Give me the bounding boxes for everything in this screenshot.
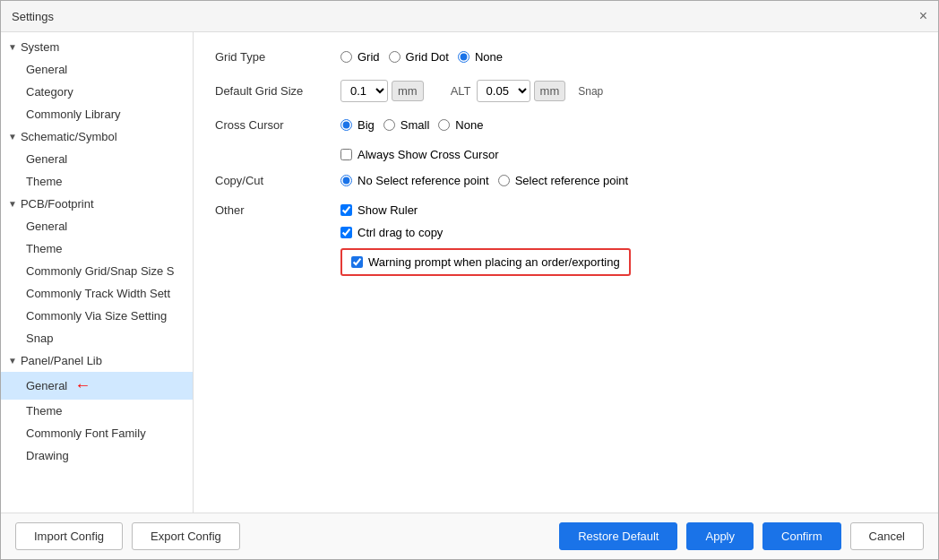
warning-text: Warning prompt when placing an order/exp… <box>368 255 620 269</box>
restore-default-button[interactable]: Restore Default <box>559 522 677 550</box>
sidebar-item-sch-theme[interactable]: Theme <box>1 170 193 193</box>
cross-cursor-controls: Big Small None <box>340 118 483 132</box>
sidebar-section-schematic: ▼ Schematic/Symbol General Theme <box>1 125 193 193</box>
import-config-button[interactable]: Import Config <box>15 522 123 550</box>
copy-cut-option2: Select reference point <box>515 174 628 187</box>
always-show-row: Always Show Cross Cursor <box>340 148 917 161</box>
export-config-button[interactable]: Export Config <box>132 522 240 550</box>
sidebar-item-pcb-via-size[interactable]: Commonly Via Size Setting <box>1 305 193 327</box>
grid-type-row: Grid Type Grid Grid Dot None <box>215 50 917 64</box>
grid-type-option-dot[interactable]: Grid Dot <box>389 50 449 64</box>
grid-type-option-none[interactable]: None <box>458 50 503 64</box>
close-button[interactable]: × <box>919 8 927 24</box>
copy-cut-label: Copy/Cut <box>215 174 340 187</box>
sidebar-group-panel[interactable]: ▼ Panel/Panel Lib <box>1 349 193 372</box>
snap-label: Snap <box>578 85 603 98</box>
copy-cut-row: Copy/Cut No Select reference point Selec… <box>215 174 917 187</box>
sidebar-item-drawing[interactable]: Drawing <box>1 444 193 467</box>
show-ruler-text: Show Ruler <box>358 203 418 217</box>
alt-size-select[interactable]: 0.05 <box>477 80 530 102</box>
sidebar-group-pcb[interactable]: ▼ PCB/Footprint <box>1 193 193 215</box>
grid-size-select-group: 0.1 mm <box>340 80 424 102</box>
main-content: Grid Type Grid Grid Dot None <box>194 32 938 513</box>
always-show-label: Always Show Cross Cursor <box>358 148 499 161</box>
cross-cursor-row: Cross Cursor Big Small None <box>215 118 917 132</box>
other-controls: Show Ruler Ctrl drag to copy Warning pro… <box>340 203 631 276</box>
cross-cursor-big[interactable]: Big <box>340 118 375 132</box>
alt-group: ALT 0.05 mm <box>451 80 566 102</box>
sidebar-section-pcb: ▼ PCB/Footprint General Theme Commonly G… <box>1 193 193 349</box>
sidebar-group-panel-label: Panel/Panel Lib <box>21 354 102 367</box>
arrow-down-icon: ▼ <box>8 42 17 52</box>
radio-no-select[interactable] <box>340 175 352 186</box>
grid-type-label: Grid Type <box>215 50 340 64</box>
copy-cut-controls: No Select reference point Select referen… <box>340 174 628 187</box>
radio-grid-dot[interactable] <box>389 51 401 63</box>
sidebar-item-panel-theme[interactable]: Theme <box>1 400 193 422</box>
sidebar-item-pcb-snap[interactable]: Snap <box>1 327 193 349</box>
alt-select-group: 0.05 mm <box>477 80 566 102</box>
sidebar-item-commonly-library[interactable]: Commonly Library <box>1 103 193 125</box>
sidebar-item-pcb-theme[interactable]: Theme <box>1 237 193 260</box>
sidebar-section-panel: ▼ Panel/Panel Lib General ← Theme <box>1 349 193 422</box>
sidebar-item-system-general[interactable]: General <box>1 58 193 81</box>
sidebar-group-schematic[interactable]: ▼ Schematic/Symbol <box>1 125 193 148</box>
copy-cut-select[interactable]: Select reference point <box>498 174 628 187</box>
apply-button[interactable]: Apply <box>686 522 754 550</box>
sidebar-item-pcb-grid-snap[interactable]: Commonly Grid/Snap Size S <box>1 260 193 282</box>
cross-cursor-label: Cross Cursor <box>215 118 340 132</box>
ctrl-drag-text: Ctrl drag to copy <box>358 226 443 239</box>
title-bar: Settings × <box>1 1 938 32</box>
sidebar-item-system-category[interactable]: Category <box>1 81 193 103</box>
sidebar-item-pcb-track-width[interactable]: Commonly Track Width Sett <box>1 282 193 305</box>
radio-none[interactable] <box>458 51 470 63</box>
dialog-body: ▼ System General Category Commonly Libra… <box>1 32 938 513</box>
confirm-button[interactable]: Confirm <box>762 522 841 550</box>
footer-right: Restore Default Apply Confirm Cancel <box>559 522 924 550</box>
cross-cursor-small[interactable]: Small <box>383 118 430 132</box>
dialog-title: Settings <box>12 10 54 23</box>
red-arrow-icon: ← <box>74 376 90 395</box>
cross-cursor-none[interactable]: None <box>438 118 483 132</box>
arrow-down-icon-2: ▼ <box>8 132 17 142</box>
grid-type-option-grid[interactable]: Grid <box>340 50 380 64</box>
footer-left: Import Config Export Config <box>15 522 240 550</box>
copy-cut-option1: No Select reference point <box>358 174 489 187</box>
sidebar-item-sch-general[interactable]: General <box>1 148 193 170</box>
alt-unit: mm <box>534 81 566 101</box>
sidebar-section-system: ▼ System General Category Commonly Libra… <box>1 36 193 125</box>
sidebar-item-panel-general[interactable]: General ← <box>1 372 193 400</box>
other-row: Other Show Ruler Ctrl drag to copy Warni… <box>215 203 917 276</box>
footer: Import Config Export Config Restore Defa… <box>1 513 938 559</box>
radio-grid[interactable] <box>340 51 352 63</box>
copy-cut-no-select[interactable]: No Select reference point <box>340 174 489 187</box>
arrow-down-icon-4: ▼ <box>8 356 17 366</box>
show-ruler-label[interactable]: Show Ruler <box>340 203 631 217</box>
radio-cursor-none[interactable] <box>438 119 450 131</box>
settings-dialog: Settings × ▼ System General Category Com… <box>0 0 939 560</box>
sidebar-item-pcb-general[interactable]: General <box>1 215 193 237</box>
default-grid-size-controls: 0.1 mm ALT 0.05 mm Sn <box>340 80 603 102</box>
always-show-checkbox[interactable] <box>340 149 352 160</box>
grid-type-controls: Grid Grid Dot None <box>340 50 503 64</box>
ctrl-drag-label[interactable]: Ctrl drag to copy <box>340 226 631 239</box>
other-label: Other <box>215 203 340 217</box>
cancel-button[interactable]: Cancel <box>850 522 924 550</box>
radio-small[interactable] <box>383 119 395 131</box>
radio-select[interactable] <box>498 175 510 186</box>
warning-checkbox[interactable] <box>351 256 363 268</box>
sidebar: ▼ System General Category Commonly Libra… <box>1 32 194 513</box>
sidebar-group-pcb-label: PCB/Footprint <box>21 197 94 211</box>
default-grid-size-label: Default Grid Size <box>215 84 340 98</box>
sidebar-group-system-label: System <box>21 40 59 54</box>
sidebar-group-system[interactable]: ▼ System <box>1 36 193 58</box>
radio-big[interactable] <box>340 119 352 131</box>
arrow-down-icon-3: ▼ <box>8 199 17 209</box>
always-show-checkbox-label[interactable]: Always Show Cross Cursor <box>340 148 917 161</box>
warning-box: Warning prompt when placing an order/exp… <box>340 248 631 276</box>
show-ruler-checkbox[interactable] <box>340 204 352 216</box>
grid-size-select[interactable]: 0.1 <box>340 80 388 102</box>
sidebar-item-commonly-font[interactable]: Commonly Font Family <box>1 422 193 444</box>
ctrl-drag-checkbox[interactable] <box>340 227 352 238</box>
alt-label: ALT <box>451 84 471 98</box>
